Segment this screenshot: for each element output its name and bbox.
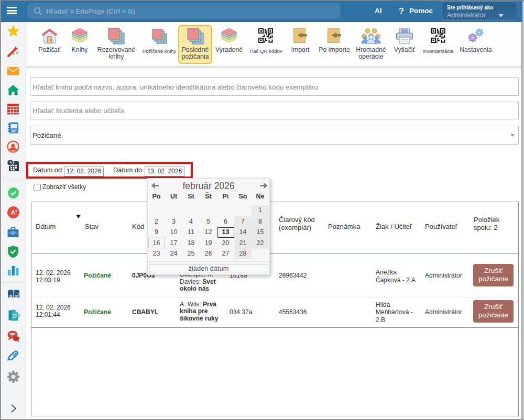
svg-text:+: + xyxy=(15,208,18,214)
